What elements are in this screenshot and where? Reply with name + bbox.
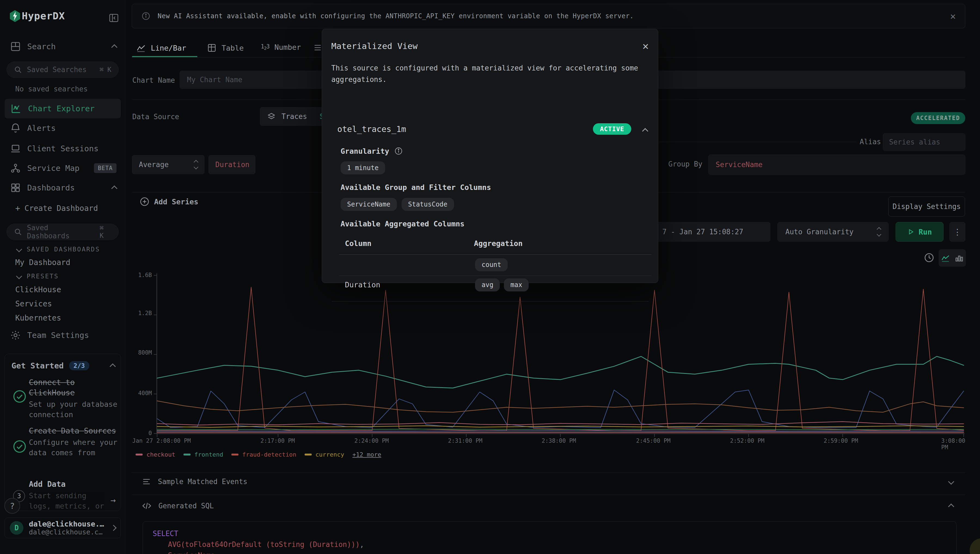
add-series-button[interactable]: Add Series bbox=[139, 196, 198, 207]
sql-code-block[interactable]: SELECT AVG(toFloat64OrDefault (toString … bbox=[143, 521, 956, 554]
x-axis-tick-label: 3:08:00 PM bbox=[941, 438, 965, 451]
app-title: HyperDX bbox=[22, 10, 65, 21]
display-settings-button[interactable]: Display Settings bbox=[888, 196, 965, 217]
banner-close-icon[interactable]: ✕ bbox=[950, 11, 956, 21]
code-icon bbox=[142, 501, 152, 511]
legend-item[interactable]: frontend bbox=[183, 451, 223, 458]
sidebar-item-dashboards[interactable]: Dashboards bbox=[10, 181, 116, 194]
arrow-right-icon[interactable]: → bbox=[110, 495, 116, 505]
user-menu[interactable]: D dale@clickhouse.… dale@clickhouse.c… bbox=[5, 517, 121, 538]
legend-more-link[interactable]: +12 more bbox=[352, 451, 381, 458]
get-started-item-title: Create Data Sources bbox=[29, 426, 119, 436]
line-chart-toggle-icon[interactable] bbox=[941, 253, 950, 263]
saved-dashboards-input[interactable]: Saved Dashboards ⌘ K bbox=[6, 224, 119, 240]
divider bbox=[132, 495, 965, 495]
saved-dashboards-placeholder: Saved Dashboards bbox=[27, 224, 95, 240]
get-started-progress-badge: 2/3 bbox=[69, 361, 89, 370]
saved-searches-input[interactable]: Saved Searches ⌘ K bbox=[6, 62, 119, 78]
sidebar-item-chart-explorer[interactable]: Chart Explorer bbox=[5, 99, 121, 118]
saved-dashboards-header[interactable]: SAVED DASHBOARDS bbox=[17, 246, 100, 253]
accelerated-badge: ACCELERATED bbox=[911, 112, 965, 124]
presets-header[interactable]: PRESETS bbox=[17, 273, 59, 280]
granularity-label: Granularity bbox=[341, 147, 389, 155]
legend-item[interactable]: currency bbox=[304, 451, 344, 458]
field-value: Duration bbox=[215, 161, 249, 169]
y-axis-tick-label: 800M bbox=[120, 349, 152, 356]
chevron-up-icon bbox=[112, 45, 118, 51]
clock-icon[interactable] bbox=[923, 252, 935, 263]
chevron-up-icon bbox=[112, 186, 118, 192]
y-axis-tick-label: 0 bbox=[120, 430, 152, 436]
modal-title: Materialized View bbox=[331, 41, 417, 51]
aggregation-chip: count bbox=[475, 258, 508, 271]
group-by-input[interactable]: ServiceName bbox=[708, 154, 965, 175]
aggregation-select[interactable]: Average bbox=[132, 155, 204, 174]
sidebar-item-my-dashboard[interactable]: My Dashboard bbox=[15, 258, 70, 267]
chevron-right-icon bbox=[110, 525, 117, 531]
legend-label: checkout bbox=[147, 451, 175, 458]
get-started-item[interactable]: Create Data Sources Configure where your… bbox=[29, 426, 119, 458]
tab-events-partial[interactable] bbox=[313, 43, 322, 52]
sidebar-item-kubernetes[interactable]: Kubernetes bbox=[15, 314, 61, 322]
chevron-down-icon bbox=[16, 246, 22, 253]
number-123-icon: 123 bbox=[261, 43, 269, 51]
more-options-button[interactable]: ⋮ bbox=[950, 222, 965, 242]
get-started-item[interactable]: Add Data Start sending logs, metrics, or… bbox=[29, 479, 110, 511]
sidebar-item-client-sessions[interactable]: Client Sessions bbox=[10, 142, 116, 155]
info-icon bbox=[141, 11, 151, 21]
legend-item[interactable]: fraud-detection bbox=[231, 451, 296, 458]
search-section-icon bbox=[10, 41, 21, 52]
tab-table[interactable]: Table bbox=[207, 43, 244, 53]
data-source-label: Data Source bbox=[132, 113, 179, 121]
list-icon bbox=[313, 43, 322, 52]
x-axis-tick-label: 2:31:00 PM bbox=[448, 438, 482, 444]
help-button[interactable]: ? bbox=[4, 498, 20, 514]
group-by-label: Group By bbox=[668, 160, 702, 168]
x-axis-tick-label: Jan 27 2:08:00 PM bbox=[132, 438, 191, 444]
tab-line-bar[interactable]: Line/Bar bbox=[136, 43, 186, 53]
sidebar-item-services[interactable]: Services bbox=[15, 299, 52, 308]
check-circle-icon bbox=[12, 389, 27, 404]
field-input[interactable]: Duration bbox=[209, 155, 255, 174]
sidebar-item-service-map[interactable]: Service Map BETA bbox=[10, 161, 116, 175]
generated-sql-panel-header[interactable]: Generated SQL bbox=[142, 501, 961, 511]
chat-bubble-button[interactable] bbox=[970, 538, 980, 554]
materialized-view-modal: Materialized View ✕ This source is confi… bbox=[322, 29, 658, 283]
run-button[interactable]: Run bbox=[896, 222, 943, 242]
modal-close-icon[interactable]: ✕ bbox=[642, 40, 649, 52]
bar-chart-toggle-icon[interactable] bbox=[955, 253, 964, 263]
active-status-badge: ACTIVE bbox=[593, 123, 631, 135]
run-label: Run bbox=[919, 228, 932, 236]
info-icon[interactable] bbox=[394, 146, 403, 155]
sql-keyword: SELECT bbox=[153, 530, 178, 538]
nav-group-search[interactable]: Search bbox=[10, 40, 116, 53]
sidebar-item-clickhouse[interactable]: ClickHouse bbox=[15, 285, 61, 294]
create-dashboard-button[interactable]: + Create Dashboard bbox=[15, 204, 98, 213]
legend-swatch bbox=[135, 454, 143, 455]
sidebar-collapse-icon[interactable] bbox=[108, 13, 119, 24]
filter-column-chip: StatusCode bbox=[402, 198, 454, 211]
chevron-up-icon[interactable] bbox=[642, 128, 649, 134]
tab-number[interactable]: 123 Number bbox=[261, 43, 301, 51]
modal-description: This source is configured with a materia… bbox=[331, 62, 650, 85]
alias-input[interactable]: Series alias bbox=[883, 133, 965, 151]
granularity-select[interactable]: Auto Granularity bbox=[778, 222, 889, 242]
sample-events-label: Sample Matched Events bbox=[158, 478, 247, 486]
date-range-input[interactable]: 7 - Jan 27 15:08:27 bbox=[640, 222, 770, 242]
sidebar-item-team-settings[interactable]: Team Settings bbox=[10, 328, 116, 342]
tab-label: Number bbox=[274, 43, 301, 51]
alias-label: Alias bbox=[860, 138, 881, 146]
chevron-down-icon bbox=[948, 479, 955, 485]
chart-svg[interactable] bbox=[156, 274, 965, 441]
divider bbox=[132, 472, 965, 473]
get-started-item-desc: Start sending logs, metrics, or traces bbox=[29, 490, 110, 511]
line-chart-icon bbox=[136, 43, 146, 53]
table-col-header: Column bbox=[345, 239, 371, 248]
chevron-up-icon[interactable] bbox=[110, 363, 116, 370]
sidebar-item-alerts[interactable]: Alerts bbox=[10, 121, 116, 135]
get-started-item[interactable]: Connect to ClickHouse Set up your databa… bbox=[29, 377, 119, 420]
list-icon bbox=[142, 477, 151, 487]
sidebar-item-label: Service Map bbox=[27, 164, 80, 173]
legend-item[interactable]: checkout bbox=[135, 451, 175, 458]
sample-events-panel-header[interactable]: Sample Matched Events bbox=[142, 477, 961, 487]
